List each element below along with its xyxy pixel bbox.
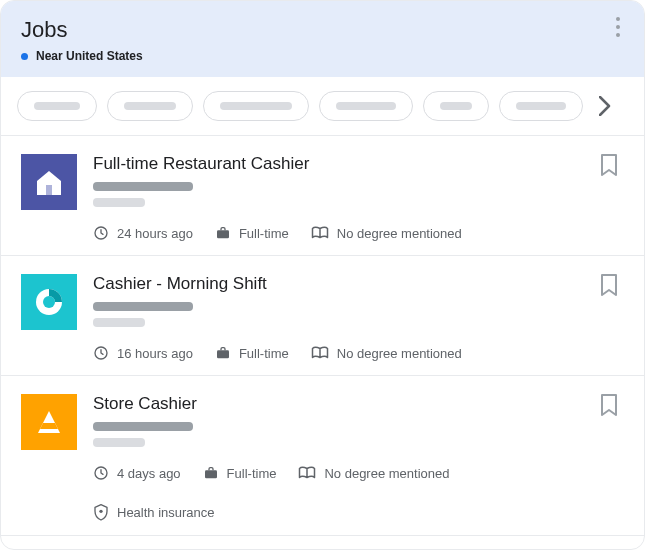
- filter-row: [1, 77, 644, 136]
- employment-type: Full-time: [215, 345, 289, 361]
- briefcase-icon: [215, 225, 231, 241]
- more-jobs-link[interactable]: 100+ more jobs: [1, 536, 644, 550]
- briefcase-icon: [215, 345, 231, 361]
- job-listing[interactable]: Cashier - Morning Shift 16 hours ago Ful…: [1, 256, 644, 376]
- book-icon: [311, 225, 329, 241]
- bookmark-button[interactable]: [600, 394, 624, 418]
- svg-marker-7: [38, 411, 60, 433]
- job-meta: 16 hours ago Full-time No degree mention…: [93, 345, 584, 361]
- job-title: Store Cashier: [93, 394, 584, 414]
- posted-time-text: 4 days ago: [117, 466, 181, 481]
- job-title: Full-time Restaurant Cashier: [93, 154, 584, 174]
- book-icon: [311, 345, 329, 361]
- scroll-right-button[interactable]: [593, 94, 617, 118]
- posted-time-text: 16 hours ago: [117, 346, 193, 361]
- location-dot-icon: [21, 53, 28, 60]
- employment-type-text: Full-time: [239, 226, 289, 241]
- clock-icon: [93, 345, 109, 361]
- donut-icon: [32, 285, 66, 319]
- benefit-text: Health insurance: [117, 505, 215, 520]
- svg-point-11: [99, 510, 102, 513]
- card-header: Jobs Near United States: [1, 1, 644, 77]
- clock-icon: [93, 465, 109, 481]
- company-logo: [21, 154, 77, 210]
- shield-icon: [93, 503, 109, 521]
- bookmark-button[interactable]: [600, 154, 624, 178]
- posted-time: 4 days ago: [93, 465, 181, 481]
- filter-chip[interactable]: [203, 91, 309, 121]
- svg-rect-10: [205, 470, 217, 478]
- filter-chip[interactable]: [423, 91, 489, 121]
- filter-chip[interactable]: [319, 91, 413, 121]
- job-listing[interactable]: Full-time Restaurant Cashier 24 hours ag…: [1, 136, 644, 256]
- company-placeholder: [93, 422, 193, 431]
- employment-type-text: Full-time: [227, 466, 277, 481]
- svg-marker-8: [40, 423, 58, 429]
- listing-body: Cashier - Morning Shift 16 hours ago Ful…: [93, 274, 584, 361]
- posted-time: 24 hours ago: [93, 225, 193, 241]
- degree-requirement-text: No degree mentioned: [324, 466, 449, 481]
- degree-requirement-text: No degree mentioned: [337, 346, 462, 361]
- degree-requirement: No degree mentioned: [298, 465, 449, 481]
- employment-type: Full-time: [215, 225, 289, 241]
- jobs-card: Jobs Near United States Full-time Restau…: [0, 0, 645, 550]
- location-placeholder: [93, 438, 145, 447]
- listing-body: Full-time Restaurant Cashier 24 hours ag…: [93, 154, 584, 241]
- job-meta: 4 days ago Full-time No degree mentioned…: [93, 465, 584, 521]
- company-placeholder: [93, 182, 193, 191]
- degree-requirement: No degree mentioned: [311, 225, 462, 241]
- company-logo: [21, 394, 77, 450]
- bookmark-icon: [600, 154, 618, 176]
- pyramid-icon: [32, 405, 66, 439]
- location-placeholder: [93, 318, 145, 327]
- location-text: Near United States: [36, 49, 143, 63]
- bookmark-icon: [600, 394, 618, 416]
- filter-chip[interactable]: [107, 91, 193, 121]
- filter-chip[interactable]: [17, 91, 97, 121]
- svg-point-4: [43, 296, 55, 308]
- job-title: Cashier - Morning Shift: [93, 274, 584, 294]
- listing-body: Store Cashier 4 days ago Full-time No de…: [93, 394, 584, 521]
- employment-type-text: Full-time: [239, 346, 289, 361]
- posted-time: 16 hours ago: [93, 345, 193, 361]
- company-placeholder: [93, 302, 193, 311]
- svg-rect-0: [46, 185, 52, 195]
- degree-requirement: No degree mentioned: [311, 345, 462, 361]
- location-row: Near United States: [21, 49, 624, 63]
- svg-rect-6: [217, 350, 229, 358]
- bookmark-button[interactable]: [600, 274, 624, 298]
- clock-icon: [93, 225, 109, 241]
- company-logo: [21, 274, 77, 330]
- more-options-button[interactable]: [608, 17, 628, 37]
- location-placeholder: [93, 198, 145, 207]
- briefcase-icon: [203, 465, 219, 481]
- book-icon: [298, 465, 316, 481]
- svg-rect-2: [217, 230, 229, 238]
- posted-time-text: 24 hours ago: [117, 226, 193, 241]
- job-listing[interactable]: Store Cashier 4 days ago Full-time No de…: [1, 376, 644, 536]
- house-icon: [34, 167, 64, 197]
- bookmark-icon: [600, 274, 618, 296]
- employment-type: Full-time: [203, 465, 277, 481]
- chevron-right-icon: [599, 96, 611, 116]
- filter-chip[interactable]: [499, 91, 583, 121]
- degree-requirement-text: No degree mentioned: [337, 226, 462, 241]
- job-meta: 24 hours ago Full-time No degree mention…: [93, 225, 584, 241]
- benefit: Health insurance: [93, 503, 215, 521]
- card-title: Jobs: [21, 17, 624, 43]
